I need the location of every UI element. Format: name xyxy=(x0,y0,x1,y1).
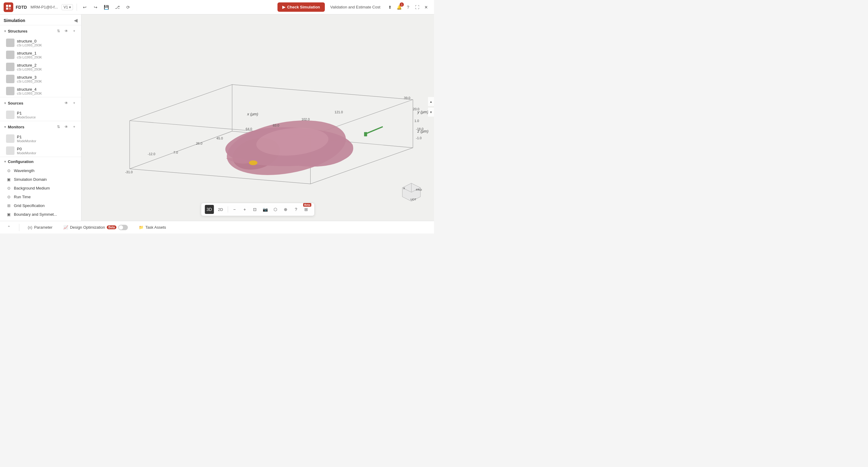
svg-text:39.0: 39.0 xyxy=(404,96,410,100)
monitors-actions: ⇅ 👁 + xyxy=(55,124,78,130)
list-item[interactable]: structure_3 cSi Li1993_293K xyxy=(0,73,81,85)
validation-button[interactable]: Validation and Estimate Cost xyxy=(327,3,383,11)
list-item[interactable]: P1 ModeMonitor xyxy=(0,133,81,145)
share-view-button[interactable]: ⊕ xyxy=(281,205,290,214)
view-3d-button[interactable]: 3D xyxy=(205,205,214,214)
parameter-icon: (x) xyxy=(28,225,32,230)
config-simulation-domain[interactable]: ▣ Simulation Domain xyxy=(0,175,81,184)
monitor-icon xyxy=(6,146,14,155)
monitor-sub: ModeMonitor xyxy=(17,151,78,155)
undo-button[interactable]: ↩ xyxy=(81,3,89,11)
monitors-section: ▼ Monitors ⇅ 👁 + P1 ModeMonitor xyxy=(0,121,81,157)
list-item[interactable]: structure_0 cSi Li1993_293K xyxy=(0,37,81,49)
screenshot-button[interactable]: 📷 xyxy=(260,205,270,214)
help-button[interactable]: ? xyxy=(404,3,412,11)
parameter-item[interactable]: (x) Parameter xyxy=(25,224,55,231)
list-item[interactable]: P0 ModeMonitor xyxy=(0,145,81,157)
grid-label: Grid Specification xyxy=(14,203,44,208)
fit-view-button[interactable]: ⊡ xyxy=(250,205,259,214)
config-wavelength[interactable]: ⊙ Wavelength xyxy=(0,166,81,175)
config-advanced[interactable]: ⊙ Advanced xyxy=(0,219,81,221)
canvas-area[interactable]: x (μm) y (μm) z (μm) -31.0 -12.0 7.0 26.… xyxy=(82,14,434,221)
sidebar-collapse-button[interactable]: ◀ xyxy=(74,18,78,23)
svg-text:UOT: UOT xyxy=(410,198,416,201)
design-opt-toggle[interactable] xyxy=(118,225,128,230)
design-optimization-item[interactable]: 📈 Design Optimization Beta xyxy=(61,224,130,231)
config-boundary-symmetry[interactable]: ▣ Boundary and Symmet... xyxy=(0,210,81,219)
scroll-up-button[interactable]: ▲ xyxy=(428,97,434,106)
sources-section-header[interactable]: ▼ Sources 👁 + xyxy=(0,97,81,109)
item-info: structure_0 cSi Li1993_293K xyxy=(17,39,78,47)
beta-icon-wrap: ⊞ Beta xyxy=(302,205,311,214)
save-button[interactable]: 💾 xyxy=(102,3,111,11)
help-view-button[interactable]: ? xyxy=(291,205,300,214)
monitors-add-button[interactable]: + xyxy=(71,124,78,130)
structure-sub: cSi Li1993_293K xyxy=(17,79,78,83)
sources-label: Sources xyxy=(8,101,63,105)
svg-rect-1 xyxy=(9,5,11,7)
task-assets-item[interactable]: 📁 Task Assets xyxy=(136,224,168,231)
scroll-down-button[interactable]: ▼ xyxy=(428,107,434,116)
run-time-icon: ⊙ xyxy=(6,195,11,199)
monitor-sub: ModeMonitor xyxy=(17,139,78,143)
list-item[interactable]: P1 ModeSource xyxy=(0,109,81,121)
configuration-section-header[interactable]: ▼ Configuration xyxy=(0,157,81,166)
monitors-visibility-button[interactable]: 👁 xyxy=(63,124,70,130)
config-run-time[interactable]: ⊙ Run Time xyxy=(0,193,81,201)
config-grid-specification[interactable]: ⊞ Grid Specification xyxy=(0,201,81,210)
monitors-sort-button[interactable]: ⇅ xyxy=(55,124,62,130)
play-icon: ▶ xyxy=(282,5,285,9)
3d-view-button[interactable]: ⬡ xyxy=(271,205,280,214)
export-button[interactable]: ⬆ xyxy=(386,3,394,11)
sources-add-button[interactable]: + xyxy=(71,100,78,106)
list-item[interactable]: structure_2 cSi Li1993_293K xyxy=(0,61,81,73)
sources-section: ▼ Sources 👁 + P1 ModeSource xyxy=(0,97,81,121)
item-info: P1 ModeMonitor xyxy=(17,135,78,143)
structure-icon xyxy=(6,87,14,95)
monitors-toggle-icon: ▼ xyxy=(4,125,7,129)
list-item[interactable]: structure_4 cSi Li1993_293K xyxy=(0,85,81,97)
monitors-section-header[interactable]: ▼ Monitors ⇅ 👁 + xyxy=(0,121,81,133)
zoom-in-button[interactable]: + xyxy=(240,205,249,214)
structures-sort-button[interactable]: ⇅ xyxy=(55,28,62,34)
sources-visibility-button[interactable]: 👁 xyxy=(63,100,70,106)
parameter-label: Parameter xyxy=(34,225,53,230)
list-item[interactable]: structure_1 cSi Li1993_293K xyxy=(0,49,81,61)
configuration-section: ▼ Configuration ⊙ Wavelength ▣ Simulatio… xyxy=(0,157,81,221)
wavelength-label: Wavelength xyxy=(14,168,34,173)
svg-text:1.0: 1.0 xyxy=(414,119,419,123)
svg-text:45.0: 45.0 xyxy=(217,136,223,140)
sim-domain-icon: ▣ xyxy=(6,177,11,182)
svg-text:83.0: 83.0 xyxy=(273,124,279,127)
bg-medium-icon: ⊙ xyxy=(6,186,11,191)
structure-icon xyxy=(6,63,14,71)
structure-name: structure_3 xyxy=(17,75,78,79)
structures-section-header[interactable]: ▼ Structures ⇅ 👁 + xyxy=(0,25,81,37)
svg-text:7.0: 7.0 xyxy=(174,151,178,154)
svg-text:x (μm): x (μm) xyxy=(247,112,258,116)
close-button[interactable]: ✕ xyxy=(422,3,430,11)
redo-button[interactable]: ↪ xyxy=(91,3,100,11)
footer-collapse-button[interactable]: ⌃ xyxy=(5,224,13,231)
settings-button[interactable]: ⟳ xyxy=(124,3,132,11)
structures-add-button[interactable]: + xyxy=(71,28,78,34)
svg-text:FRONT: FRONT xyxy=(416,188,422,191)
boundary-icon: ▣ xyxy=(6,212,11,216)
svg-text:X: X xyxy=(403,187,405,190)
3d-scene-svg: x (μm) y (μm) z (μm) -31.0 -12.0 7.0 26.… xyxy=(82,14,434,221)
monitors-label: Monitors xyxy=(8,125,55,129)
structure-icon xyxy=(6,51,14,59)
share-button[interactable]: ⎇ xyxy=(113,3,122,11)
version-selector[interactable]: V1 ▾ xyxy=(62,4,73,10)
svg-text:-18.0: -18.0 xyxy=(416,127,424,131)
structure-icon xyxy=(6,75,14,83)
check-simulation-button[interactable]: ▶ Check Simulation xyxy=(277,2,325,12)
svg-rect-3 xyxy=(9,7,11,10)
config-background-medium[interactable]: ⊙ Background Medium xyxy=(0,184,81,193)
sim-domain-label: Simulation Domain xyxy=(14,177,47,182)
fullscreen-button[interactable]: ⛶ xyxy=(413,3,421,11)
notification-button[interactable]: 🔔 1 xyxy=(395,3,403,11)
zoom-out-button[interactable]: − xyxy=(230,205,239,214)
view-2d-button[interactable]: 2D xyxy=(215,206,226,213)
structures-visibility-button[interactable]: 👁 xyxy=(63,28,70,34)
